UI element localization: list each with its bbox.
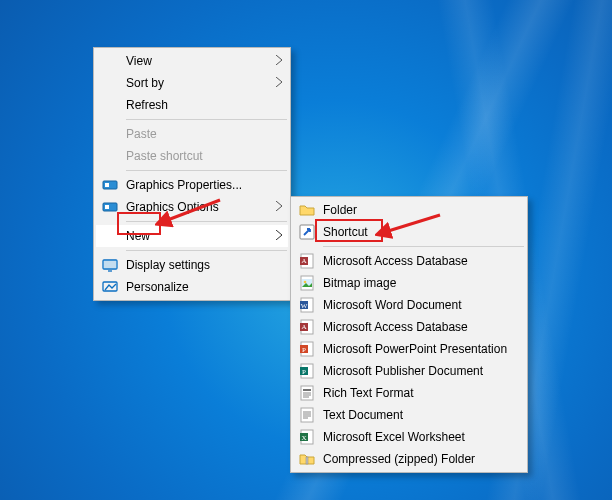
graphics-properties-icon bbox=[102, 177, 118, 193]
personalize-icon bbox=[102, 279, 118, 295]
submenu-item-compressed-folder[interactable]: Compressed (zipped) Folder bbox=[293, 448, 525, 470]
menu-separator bbox=[323, 246, 524, 247]
folder-icon bbox=[299, 202, 315, 218]
submenu-item-powerpoint-presentation[interactable]: P Microsoft PowerPoint Presentation bbox=[293, 338, 525, 360]
menu-item-label: Graphics Properties... bbox=[126, 178, 242, 192]
submenu-item-word-document[interactable]: W Microsoft Word Document bbox=[293, 294, 525, 316]
submenu-item-rich-text-format[interactable]: Rich Text Format bbox=[293, 382, 525, 404]
chevron-right-icon bbox=[276, 76, 282, 90]
menu-item-label: View bbox=[126, 54, 152, 68]
svg-text:X: X bbox=[301, 434, 306, 442]
menu-item-label: Microsoft Word Document bbox=[323, 298, 462, 312]
desktop-context-menu: View Sort by Refresh Paste Paste shortcu… bbox=[93, 47, 291, 301]
new-submenu: Folder Shortcut A Microsoft Access Datab… bbox=[290, 196, 528, 473]
powerpoint-file-icon: P bbox=[299, 341, 315, 357]
menu-item-label: Microsoft PowerPoint Presentation bbox=[323, 342, 507, 356]
text-file-icon bbox=[299, 407, 315, 423]
svg-text:W: W bbox=[301, 302, 308, 310]
word-file-icon: W bbox=[299, 297, 315, 313]
zip-folder-icon bbox=[299, 451, 315, 467]
menu-item-label: Folder bbox=[323, 203, 357, 217]
menu-item-label: Shortcut bbox=[323, 225, 368, 239]
menu-item-paste-shortcut: Paste shortcut bbox=[96, 145, 288, 167]
submenu-item-bitmap-image[interactable]: Bitmap image bbox=[293, 272, 525, 294]
excel-file-icon: X bbox=[299, 429, 315, 445]
svg-point-14 bbox=[304, 281, 307, 284]
svg-rect-32 bbox=[301, 408, 313, 422]
svg-text:A: A bbox=[301, 257, 306, 265]
submenu-item-folder[interactable]: Folder bbox=[293, 199, 525, 221]
menu-item-label: Personalize bbox=[126, 280, 189, 294]
menu-item-label: Microsoft Access Database bbox=[323, 320, 468, 334]
menu-item-view[interactable]: View bbox=[96, 50, 288, 72]
menu-item-paste: Paste bbox=[96, 123, 288, 145]
menu-item-display-settings[interactable]: Display settings bbox=[96, 254, 288, 276]
access-file-icon: A bbox=[299, 253, 315, 269]
menu-item-label: New bbox=[126, 229, 150, 243]
display-settings-icon bbox=[102, 257, 118, 273]
menu-item-sort-by[interactable]: Sort by bbox=[96, 72, 288, 94]
svg-rect-40 bbox=[306, 457, 308, 464]
svg-text:P: P bbox=[302, 346, 306, 354]
publisher-file-icon: P bbox=[299, 363, 315, 379]
menu-item-refresh[interactable]: Refresh bbox=[96, 94, 288, 116]
menu-separator bbox=[126, 250, 287, 251]
menu-item-label: Paste bbox=[126, 127, 157, 141]
menu-item-label: Graphics Options bbox=[126, 200, 219, 214]
bitmap-file-icon bbox=[299, 275, 315, 291]
access-file-icon: A bbox=[299, 319, 315, 335]
menu-item-graphics-properties[interactable]: Graphics Properties... bbox=[96, 174, 288, 196]
menu-item-new[interactable]: New bbox=[96, 225, 288, 247]
menu-item-label: Compressed (zipped) Folder bbox=[323, 452, 475, 466]
rtf-file-icon bbox=[299, 385, 315, 401]
svg-rect-5 bbox=[103, 260, 117, 269]
svg-rect-3 bbox=[105, 205, 109, 209]
svg-rect-1 bbox=[105, 183, 109, 187]
menu-separator bbox=[126, 170, 287, 171]
svg-text:P: P bbox=[302, 368, 306, 376]
submenu-item-shortcut[interactable]: Shortcut bbox=[293, 221, 525, 243]
submenu-item-publisher-document[interactable]: P Microsoft Publisher Document bbox=[293, 360, 525, 382]
menu-item-label: Microsoft Publisher Document bbox=[323, 364, 483, 378]
shortcut-icon bbox=[299, 224, 315, 240]
menu-item-label: Paste shortcut bbox=[126, 149, 203, 163]
graphics-options-icon bbox=[102, 199, 118, 215]
desktop-background: { "context_menu": { "view": "View", "sor… bbox=[0, 0, 612, 500]
menu-item-label: Text Document bbox=[323, 408, 403, 422]
menu-item-label: Sort by bbox=[126, 76, 164, 90]
menu-item-graphics-options[interactable]: Graphics Options bbox=[96, 196, 288, 218]
submenu-item-access-database-2[interactable]: A Microsoft Access Database bbox=[293, 316, 525, 338]
chevron-right-icon bbox=[276, 54, 282, 68]
chevron-right-icon bbox=[276, 229, 282, 243]
menu-item-label: Refresh bbox=[126, 98, 168, 112]
submenu-item-access-database[interactable]: A Microsoft Access Database bbox=[293, 250, 525, 272]
svg-text:A: A bbox=[301, 323, 306, 331]
menu-item-label: Microsoft Access Database bbox=[323, 254, 468, 268]
menu-item-personalize[interactable]: Personalize bbox=[96, 276, 288, 298]
submenu-item-text-document[interactable]: Text Document bbox=[293, 404, 525, 426]
chevron-right-icon bbox=[276, 200, 282, 214]
menu-item-label: Microsoft Excel Worksheet bbox=[323, 430, 465, 444]
menu-item-label: Rich Text Format bbox=[323, 386, 413, 400]
submenu-item-excel-worksheet[interactable]: X Microsoft Excel Worksheet bbox=[293, 426, 525, 448]
menu-item-label: Display settings bbox=[126, 258, 210, 272]
menu-separator bbox=[126, 221, 287, 222]
menu-item-label: Bitmap image bbox=[323, 276, 396, 290]
menu-separator bbox=[126, 119, 287, 120]
